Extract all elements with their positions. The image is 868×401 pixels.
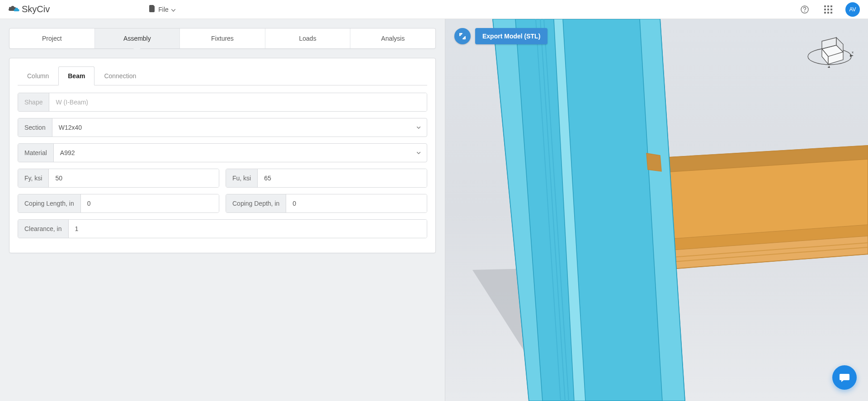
svg-marker-25 xyxy=(646,153,661,171)
svg-text:x: x xyxy=(852,50,854,54)
fy-label: Fy, ksi xyxy=(18,169,49,187)
svg-rect-4 xyxy=(830,5,832,7)
tab-label: Project xyxy=(42,35,62,42)
subtab-connection[interactable]: Connection xyxy=(94,66,146,85)
shape-value: W (I-Beam) xyxy=(49,93,427,111)
svg-point-1 xyxy=(804,11,805,12)
fy-input[interactable] xyxy=(49,169,219,187)
tab-label: Loads xyxy=(299,35,316,42)
coping-depth-field[interactable]: Coping Depth, in xyxy=(226,194,427,213)
tab-analysis[interactable]: Analysis xyxy=(350,28,435,48)
coping-length-field[interactable]: Coping Length, in xyxy=(18,194,219,213)
topbar: SkyCiv File AV xyxy=(0,0,868,19)
svg-rect-6 xyxy=(827,9,829,10)
form-card: Column Beam Connection Shape W (I-Beam) … xyxy=(9,58,436,253)
section-label: Section xyxy=(18,118,52,137)
file-menu-label: File xyxy=(158,6,169,13)
document-icon xyxy=(149,5,156,14)
chevron-down-icon xyxy=(410,144,427,162)
expand-view-button[interactable] xyxy=(454,28,471,44)
subtab-label: Beam xyxy=(68,72,85,80)
svg-rect-3 xyxy=(827,5,829,7)
chevron-down-icon xyxy=(171,6,175,13)
fu-field[interactable]: Fu, ksi xyxy=(226,169,427,188)
tab-fixtures[interactable]: Fixtures xyxy=(180,28,265,48)
tab-label: Analysis xyxy=(381,35,405,42)
chevron-down-icon xyxy=(410,118,427,137)
coping-length-input[interactable] xyxy=(81,194,219,212)
left-pane: Project Assembly Fixtures Loads Analysis… xyxy=(0,19,445,401)
avatar[interactable]: AV xyxy=(845,2,860,17)
main-tabs: Project Assembly Fixtures Loads Analysis xyxy=(9,28,436,49)
tab-project[interactable]: Project xyxy=(9,28,95,48)
subtab-beam[interactable]: Beam xyxy=(58,66,94,85)
material-value: A992 xyxy=(54,144,410,162)
section-field[interactable]: Section W12x40 xyxy=(18,118,427,137)
coping-depth-label: Coping Depth, in xyxy=(226,194,286,212)
section-value: W12x40 xyxy=(52,118,410,137)
tab-label: Assembly xyxy=(123,35,151,42)
apps-button[interactable] xyxy=(822,3,835,16)
material-label: Material xyxy=(18,144,54,162)
subtab-column[interactable]: Column xyxy=(18,66,58,85)
3d-scene xyxy=(445,19,868,401)
viewport[interactable]: Export Model (STL) x z xyxy=(445,19,868,401)
coping-depth-input[interactable] xyxy=(286,194,427,212)
export-model-button[interactable]: Export Model (STL) xyxy=(475,28,547,44)
export-label: Export Model (STL) xyxy=(482,33,540,40)
app-logo: SkyCiv xyxy=(8,4,50,14)
chat-button[interactable] xyxy=(832,365,857,390)
sub-tabs: Column Beam Connection xyxy=(18,66,427,85)
fy-field[interactable]: Fy, ksi xyxy=(18,169,219,188)
clearance-input[interactable] xyxy=(69,220,427,238)
svg-rect-9 xyxy=(827,12,829,14)
shape-field: Shape W (I-Beam) xyxy=(18,93,427,112)
clearance-label: Clearance, in xyxy=(18,220,69,238)
fu-input[interactable] xyxy=(258,169,427,187)
svg-rect-2 xyxy=(824,5,826,7)
tab-loads[interactable]: Loads xyxy=(265,28,351,48)
file-menu[interactable]: File xyxy=(149,5,175,14)
svg-rect-5 xyxy=(824,9,826,10)
material-field[interactable]: Material A992 xyxy=(18,143,427,162)
topbar-right: AV xyxy=(798,2,860,17)
tab-assembly[interactable]: Assembly xyxy=(95,28,180,48)
svg-text:z: z xyxy=(827,66,829,68)
logo-icon xyxy=(8,5,20,14)
subtab-label: Column xyxy=(27,72,49,80)
svg-marker-32 xyxy=(850,54,854,57)
main: Project Assembly Fixtures Loads Analysis… xyxy=(0,19,868,401)
viewport-buttons: Export Model (STL) xyxy=(454,28,547,44)
svg-rect-7 xyxy=(830,9,832,10)
app-name: SkyCiv xyxy=(22,4,50,14)
svg-rect-10 xyxy=(830,12,832,14)
fu-label: Fu, ksi xyxy=(226,169,258,187)
clearance-field[interactable]: Clearance, in xyxy=(18,219,427,238)
shape-label: Shape xyxy=(18,93,49,111)
avatar-initials: AV xyxy=(849,6,856,13)
svg-rect-8 xyxy=(824,12,826,14)
help-button[interactable] xyxy=(798,3,811,16)
axis-gizmo[interactable]: x z xyxy=(805,32,854,68)
subtab-label: Connection xyxy=(104,72,136,80)
tab-label: Fixtures xyxy=(211,35,234,42)
coping-length-label: Coping Length, in xyxy=(18,194,81,212)
